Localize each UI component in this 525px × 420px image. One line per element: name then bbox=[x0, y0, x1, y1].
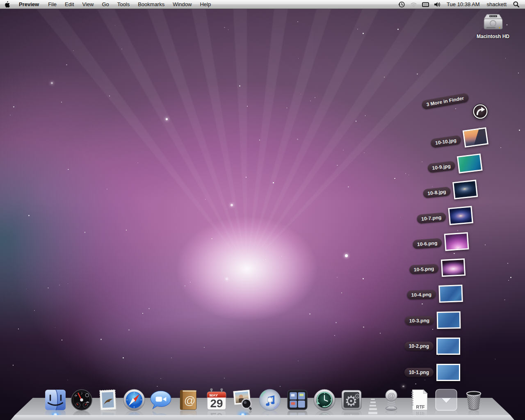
dock-item-spaces[interactable] bbox=[285, 388, 309, 412]
preview-icon bbox=[231, 388, 255, 412]
stack-file-thumbnail[interactable] bbox=[463, 127, 488, 148]
trash-icon bbox=[462, 388, 486, 412]
dock-item-preview[interactable] bbox=[231, 388, 255, 412]
dock-item-dashboard[interactable]: ♪ ✈ ☁ bbox=[70, 388, 94, 412]
stack-file-label: 10-8.jpg bbox=[422, 187, 451, 199]
stack-file-label: 10-7.png bbox=[416, 212, 446, 224]
displays-menu-icon[interactable] bbox=[421, 1, 429, 8]
stack-file-10-1-png[interactable]: 10-1.png bbox=[354, 362, 460, 383]
dock-item-ical[interactable]: MAY 29 bbox=[205, 388, 228, 412]
stack-file-label: 10-1.png bbox=[404, 368, 434, 377]
at-spring-icon: @ bbox=[379, 388, 403, 412]
menu-clock[interactable]: Tue 10:38 AM bbox=[445, 1, 481, 7]
stack-file-10-5-png[interactable]: 10-5.png bbox=[358, 256, 466, 283]
stack-file-thumbnail[interactable] bbox=[444, 232, 469, 251]
stack-file-10-4-png[interactable]: 10-4.png bbox=[356, 283, 463, 308]
dock-item-trash[interactable] bbox=[462, 388, 486, 412]
svg-text:@: @ bbox=[388, 391, 395, 400]
dock-item-mail[interactable] bbox=[96, 388, 120, 412]
dock-item-system-preferences[interactable]: ⚙ ⚙ bbox=[340, 388, 363, 412]
svg-text:@: @ bbox=[184, 394, 195, 407]
stack-more-in-finder[interactable]: 3 More in Finder bbox=[421, 93, 469, 110]
stack-file-thumbnail[interactable] bbox=[457, 153, 483, 173]
stack-file-10-2-png[interactable]: 10-2.png bbox=[354, 336, 460, 357]
time-machine-menu-icon[interactable] bbox=[397, 1, 406, 8]
stack-file-label: 10-6.png bbox=[412, 238, 442, 249]
dock-item-ichat[interactable] bbox=[149, 388, 173, 412]
mail-icon bbox=[96, 388, 120, 412]
dock-item-finder[interactable] bbox=[43, 388, 67, 412]
stack-file-thumbnail[interactable] bbox=[452, 180, 478, 199]
rtf-badge: RTF bbox=[416, 404, 425, 409]
menu-help[interactable]: Help bbox=[196, 0, 215, 9]
dashboard-icon: ♪ ✈ ☁ bbox=[70, 388, 94, 412]
stack-file-label: 10-9.jpg bbox=[427, 161, 456, 173]
stack-file-thumbnail[interactable] bbox=[441, 258, 466, 277]
svg-text:⚙: ⚙ bbox=[354, 392, 361, 400]
time-machine-icon bbox=[313, 388, 336, 412]
menu-bar: Preview FileEditViewGoToolsBookmarksWind… bbox=[0, 0, 525, 9]
stack-file-label: 10-2.png bbox=[404, 342, 434, 351]
safari-icon bbox=[122, 388, 146, 412]
stack-file-thumbnail[interactable] bbox=[438, 285, 463, 303]
menu-view[interactable]: View bbox=[78, 0, 98, 9]
finder-icon bbox=[43, 388, 67, 412]
show-in-finder-arrow-icon[interactable] bbox=[472, 103, 488, 120]
dock: ♪ ✈ ☁ bbox=[0, 387, 525, 420]
stack-file-label: 10-5.png bbox=[409, 264, 438, 274]
rtf-document-icon: RTF bbox=[407, 388, 431, 412]
menu-app-name[interactable]: Preview bbox=[14, 0, 44, 9]
ical-day: 29 bbox=[210, 397, 223, 410]
menu-tools[interactable]: Tools bbox=[113, 0, 134, 9]
dock-front-face bbox=[0, 415, 525, 420]
dock-item-internet-location[interactable]: @ bbox=[379, 388, 403, 412]
spaces-icon bbox=[285, 388, 309, 412]
menu-user[interactable]: shackett bbox=[485, 1, 508, 7]
desktop-wallpaper: Macintosh HD 3 More in Finder 10-10.jpg1… bbox=[0, 0, 525, 420]
dock-item-itunes[interactable] bbox=[258, 388, 282, 412]
stack-file-thumbnail[interactable] bbox=[448, 206, 473, 225]
stack-file-label: 10-3.png bbox=[404, 316, 434, 325]
ical-icon: MAY 29 bbox=[205, 388, 228, 412]
menu-edit[interactable]: Edit bbox=[61, 0, 78, 9]
stack-file-thumbnail[interactable] bbox=[436, 364, 460, 381]
svg-text:✈: ✈ bbox=[74, 394, 78, 398]
stack-open-arrow-icon bbox=[434, 388, 458, 412]
stack-file-thumbnail[interactable] bbox=[437, 311, 461, 329]
dock-item-address-book[interactable]: @ bbox=[176, 388, 200, 412]
dock-item-safari[interactable] bbox=[122, 388, 146, 412]
stack-file-10-3-png[interactable]: 10-3.png bbox=[354, 309, 461, 333]
itunes-icon bbox=[258, 388, 282, 412]
menu-go[interactable]: Go bbox=[98, 0, 113, 9]
menu-window[interactable]: Window bbox=[169, 0, 196, 9]
apple-logo-icon bbox=[4, 1, 10, 8]
ichat-icon bbox=[149, 388, 173, 412]
downloads-stack-fan: 3 More in Finder 10-10.jpg10-9.jpg10-8.j… bbox=[0, 0, 525, 420]
menu-bookmarks[interactable]: Bookmarks bbox=[134, 0, 169, 9]
apple-menu[interactable] bbox=[0, 0, 14, 9]
dock-separator bbox=[368, 399, 378, 416]
address-book-icon: @ bbox=[176, 388, 200, 412]
stack-file-label: 10-10.jpg bbox=[430, 135, 461, 148]
system-preferences-icon: ⚙ ⚙ bbox=[340, 388, 363, 412]
wifi-menu-icon[interactable] bbox=[409, 1, 418, 8]
dock-item-open-stack[interactable] bbox=[434, 388, 458, 412]
volume-menu-icon[interactable] bbox=[433, 1, 441, 8]
stack-file-label: 10-4.png bbox=[406, 290, 436, 299]
dock-item-rtf-document[interactable]: RTF bbox=[407, 388, 431, 412]
menu-file[interactable]: File bbox=[44, 0, 61, 9]
stack-file-thumbnail[interactable] bbox=[436, 338, 460, 355]
svg-text:♪: ♪ bbox=[80, 391, 82, 395]
stack-file-10-6-png[interactable]: 10-6.png bbox=[361, 230, 469, 259]
spotlight-icon[interactable] bbox=[512, 1, 520, 8]
dock-item-time-machine[interactable] bbox=[313, 388, 336, 412]
